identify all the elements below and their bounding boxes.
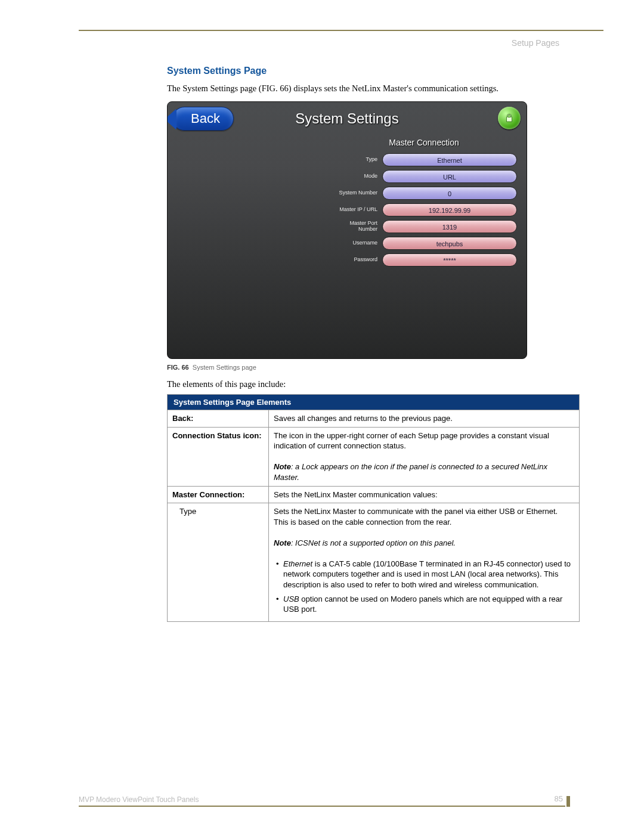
mc-label-user: Username bbox=[331, 240, 382, 246]
mc-value-port[interactable]: 1319 bbox=[382, 220, 517, 233]
touch-panel-screenshot: Back System Settings Master Connection T… bbox=[167, 101, 527, 359]
mc-label-sysnum: System Number bbox=[331, 190, 382, 196]
row-label-conn: Connection Status icon: bbox=[168, 427, 269, 486]
footer-page-number: 85 bbox=[555, 794, 563, 803]
elements-lead-text: The elements of this page include: bbox=[167, 379, 602, 389]
footer-accent-icon bbox=[566, 796, 570, 807]
bullet1-rest: is a CAT-5 cable (10/100Base T terminate… bbox=[283, 559, 571, 589]
figure-caption: FIG. 66 System Settings page bbox=[167, 364, 602, 371]
mc-value-pass[interactable]: ***** bbox=[382, 253, 517, 267]
elements-table: System Settings Page Elements Back: Save… bbox=[167, 394, 580, 621]
page-footer: MVP Modero ViewPoint Touch Panels 85 bbox=[79, 794, 565, 807]
mc-row-user: Username techpubs bbox=[331, 237, 517, 250]
mc-label-port: Master Port Number bbox=[331, 221, 382, 233]
figure-ref: FIG. 66 bbox=[167, 364, 189, 371]
bullet1-em: Ethernet bbox=[283, 559, 312, 568]
master-connection-section: Master Connection Type Ethernet Mode URL… bbox=[331, 138, 517, 270]
mc-label-mode: Mode bbox=[331, 174, 382, 179]
mc-row-port: Master Port Number 1319 bbox=[331, 220, 517, 233]
mc-value-user[interactable]: techpubs bbox=[382, 237, 517, 250]
row-desc-master: Sets the NetLinx Master communication va… bbox=[269, 486, 580, 503]
row-desc-conn-text: The icon in the upper-right corner of ea… bbox=[274, 431, 549, 451]
row-desc-type: Sets the NetLinx Master to communicate w… bbox=[269, 503, 580, 621]
lock-icon bbox=[504, 113, 515, 123]
list-item: USB option cannot be used on Modero pane… bbox=[276, 594, 574, 615]
row-note-prefix-type: Note bbox=[274, 538, 291, 547]
type-bullets: Ethernet is a CAT-5 cable (10/100Base T … bbox=[274, 559, 574, 615]
row-label-type: Type bbox=[168, 503, 269, 621]
mc-value-sysnum[interactable]: 0 bbox=[382, 187, 517, 200]
mc-row-type: Type Ethernet bbox=[331, 153, 517, 166]
mc-row-pass: Password ***** bbox=[331, 253, 517, 267]
section-intro: The System Settings page (FIG. 66) displ… bbox=[167, 82, 602, 94]
row-label-master: Master Connection: bbox=[168, 486, 269, 503]
row-note-conn: : a Lock appears on the icon if the pane… bbox=[274, 462, 547, 482]
mc-row-sysnum: System Number 0 bbox=[331, 187, 517, 200]
row-label-back: Back: bbox=[168, 410, 269, 428]
page-header-section: Setup Pages bbox=[512, 38, 559, 48]
figure-caption-text: System Settings page bbox=[193, 364, 256, 371]
mc-label-ipurl: Master IP / URL bbox=[331, 207, 382, 213]
mc-label-type: Type bbox=[331, 157, 382, 163]
row-desc-type-text: Sets the NetLinx Master to communicate w… bbox=[274, 507, 558, 527]
page-content: System Settings Page The System Settings… bbox=[167, 66, 602, 622]
row-desc-conn: The icon in the upper-right corner of ea… bbox=[269, 427, 580, 486]
row-note-type: : ICSNet is not a supported option on th… bbox=[291, 538, 456, 547]
table-row: Master Connection: Sets the NetLinx Mast… bbox=[168, 486, 580, 503]
back-button-label: Back bbox=[191, 111, 220, 126]
row-desc-back: Saves all changes and returns to the pre… bbox=[269, 410, 580, 428]
section-title: System Settings Page bbox=[167, 66, 602, 76]
elements-table-header: System Settings Page Elements bbox=[168, 395, 580, 410]
master-connection-header: Master Connection bbox=[331, 138, 517, 147]
mc-row-mode: Mode URL bbox=[331, 170, 517, 183]
back-button[interactable]: Back bbox=[172, 107, 234, 131]
table-row: Type Sets the NetLinx Master to communic… bbox=[168, 503, 580, 621]
bullet2-rest: option cannot be used on Modero panels w… bbox=[283, 594, 562, 614]
footer-text: MVP Modero ViewPoint Touch Panels bbox=[79, 795, 199, 804]
mc-row-ipurl: Master IP / URL 192.192.99.99 bbox=[331, 203, 517, 216]
panel-header: Back System Settings bbox=[168, 102, 527, 135]
mc-label-pass: Password bbox=[331, 257, 382, 263]
table-row: Back: Saves all changes and returns to t… bbox=[168, 410, 580, 428]
mc-value-mode[interactable]: URL bbox=[382, 170, 517, 183]
table-row: Connection Status icon: The icon in the … bbox=[168, 427, 580, 486]
connection-status-icon[interactable] bbox=[498, 107, 521, 129]
mc-value-type[interactable]: Ethernet bbox=[382, 153, 517, 166]
row-note-prefix-conn: Note bbox=[274, 462, 291, 471]
mc-value-ipurl[interactable]: 192.192.99.99 bbox=[382, 203, 517, 216]
list-item: Ethernet is a CAT-5 cable (10/100Base T … bbox=[276, 559, 574, 590]
bullet2-em: USB bbox=[283, 594, 299, 603]
